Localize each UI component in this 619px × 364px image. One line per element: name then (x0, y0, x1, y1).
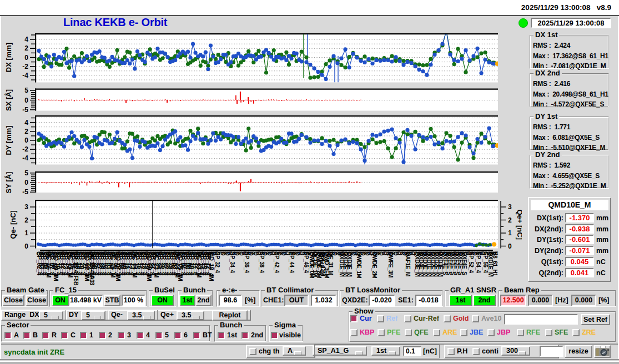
svg-text:0: 0 (24, 54, 28, 62)
svg-text:SP_18_4_A03: SP_18_4_A03 (89, 252, 95, 285)
svg-text:Qe+ [nC]: Qe+ [nC] (516, 209, 522, 240)
svg-text:0: 0 (24, 136, 28, 144)
svg-text:-4: -4 (22, 154, 28, 162)
svg-text:-4: -4 (22, 72, 28, 79)
svg-text:U: U (492, 251, 499, 255)
svg-text:QWFE_3M: QWFE_3M (387, 252, 394, 277)
svg-text:Qe- [nC]: Qe- [nC] (9, 210, 17, 239)
svg-text:2: 2 (508, 216, 512, 224)
svg-text:5: 5 (24, 169, 28, 177)
svg-text:QWDE_1M: QWDE_1M (356, 252, 362, 278)
svg-text:-5: -5 (22, 106, 28, 114)
svg-text:4: 4 (24, 36, 28, 43)
svg-text:0: 0 (24, 242, 28, 250)
svg-text:DY [mm]: DY [mm] (4, 125, 13, 155)
svg-text:-2: -2 (22, 145, 28, 153)
svg-text:QWDE_2M: QWDE_2M (371, 252, 378, 278)
svg-text:4: 4 (24, 119, 28, 127)
svg-text:DX [mm]: DX [mm] (4, 43, 13, 72)
svg-text:-5: -5 (22, 188, 28, 196)
svg-text:3: 3 (508, 203, 512, 211)
svg-text:1: 1 (508, 229, 512, 237)
svg-text:2: 2 (24, 44, 28, 52)
svg-text:SX [Å]: SX [Å] (4, 89, 13, 111)
svg-text:QD_18_4M: QD_18_4M (208, 252, 215, 281)
svg-text:SP_15_4_F5B: SP_15_4_F5B (73, 252, 79, 285)
svg-text:1: 1 (24, 229, 28, 237)
svg-text:-2: -2 (22, 63, 28, 70)
svg-text:SY [Å]: SY [Å] (4, 172, 13, 194)
svg-text:0: 0 (24, 179, 28, 186)
svg-text:2: 2 (24, 128, 28, 135)
svg-text:0: 0 (24, 97, 28, 104)
svg-text:3: 3 (24, 203, 28, 211)
svg-text:0: 0 (508, 242, 512, 250)
svg-text:2: 2 (24, 216, 28, 224)
svg-text:5: 5 (24, 87, 28, 94)
